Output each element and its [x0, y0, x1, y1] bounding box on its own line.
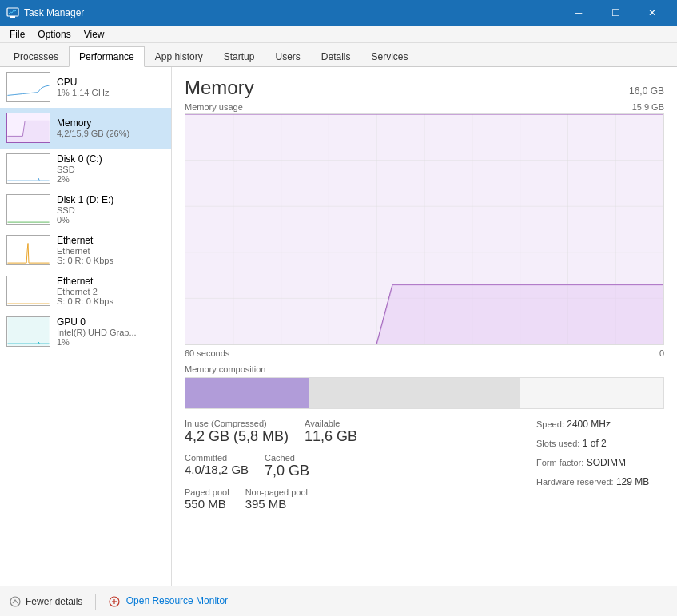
form-label: Form factor:: [536, 458, 583, 467]
svg-rect-1: [10, 16, 15, 18]
comp-available: [309, 378, 520, 408]
disk1-label: Disk 1 (D: E:): [57, 194, 165, 205]
available-value: 11,6 GB: [305, 428, 357, 445]
sidebar-item-disk0[interactable]: Disk 0 (C:) SSD 2%: [0, 149, 171, 189]
stats-left: In use (Compressed) 4,2 GB (5,8 MB) Avai…: [185, 419, 520, 519]
close-button[interactable]: ✕: [634, 0, 671, 26]
chevron-up-icon: [10, 596, 21, 607]
app-icon: [6, 6, 19, 19]
title-bar: Task Manager ─ ☐ ✕: [0, 0, 677, 26]
slots-label: Slots used:: [536, 439, 579, 448]
in-use-block: In use (Compressed) 4,2 GB (5,8 MB): [185, 419, 289, 445]
nonpaged-value: 395 MB: [245, 497, 308, 511]
right-panel: Memory 16,0 GB Memory usage 15,9 GB: [172, 67, 677, 586]
memory-chart: [185, 113, 664, 345]
sidebar-item-memory[interactable]: Memory 4,2/15,9 GB (26%): [0, 108, 171, 149]
hw-label: Hardware reserved:: [536, 477, 614, 487]
cpu-detail: 1% 1,14 GHz: [57, 88, 165, 97]
slots-block: Slots used: 1 of 2: [536, 438, 664, 449]
panel-title: Memory: [185, 77, 254, 99]
sidebar-item-ethernet1[interactable]: Ethernet Ethernet S: 0 R: 0 Kbps: [0, 230, 171, 271]
gpu-detail1: Intel(R) UHD Grap...: [57, 328, 165, 337]
disk0-detail2: 2%: [57, 174, 165, 184]
open-resource-monitor-label: Open Resource Monitor: [126, 595, 228, 606]
comp-cached: [520, 378, 663, 408]
menu-view[interactable]: View: [78, 27, 111, 42]
bottom-separator: [95, 594, 96, 610]
svg-rect-8: [7, 195, 49, 224]
tab-processes[interactable]: Processes: [3, 46, 69, 66]
chart-bottom-labels: 60 seconds 0: [185, 348, 664, 358]
eth1-thumbnail: [6, 235, 50, 265]
cached-block: Cached 7,0 GB: [265, 453, 309, 479]
chart-max-value: 15,9 GB: [632, 102, 664, 112]
eth2-thumbnail: [6, 276, 50, 306]
stats-row2: Committed 4,0/18,2 GB Cached 7,0 GB: [185, 453, 520, 487]
in-use-label: In use (Compressed): [185, 419, 289, 428]
open-resource-monitor-button[interactable]: Open Resource Monitor: [109, 595, 228, 607]
tab-performance[interactable]: Performance: [69, 46, 145, 67]
committed-block: Committed 4,0/18,2 GB: [185, 453, 249, 479]
window-controls: ─ ☐ ✕: [560, 0, 671, 26]
minimize-button[interactable]: ─: [560, 0, 597, 26]
composition-label: Memory composition: [185, 364, 664, 374]
fewer-details-button[interactable]: Fewer details: [10, 596, 82, 607]
committed-value: 4,0/18,2 GB: [185, 463, 249, 476]
in-use-value: 4,2 GB (5,8 MB): [185, 428, 289, 445]
paged-label: Paged pool: [185, 487, 229, 497]
sidebar: CPU 1% 1,14 GHz Memory 4,2/15,9 GB (26%): [0, 67, 172, 586]
chart-zero-label: 0: [659, 348, 664, 358]
cpu-label: CPU: [57, 77, 165, 88]
menu-options[interactable]: Options: [31, 27, 77, 42]
bottom-bar: Fewer details Open Resource Monitor: [0, 586, 677, 616]
panel-header: Memory 16,0 GB: [185, 77, 664, 99]
memory-detail: 4,2/15,9 GB (26%): [57, 129, 165, 138]
svg-rect-11: [7, 317, 49, 346]
maximize-button[interactable]: ☐: [597, 0, 634, 26]
eth1-detail2: S: 0 R: 0 Kbps: [57, 256, 165, 265]
form-block: Form factor: SODIMM: [536, 457, 664, 468]
main-content: CPU 1% 1,14 GHz Memory 4,2/15,9 GB (26%): [0, 67, 677, 586]
menu-bar: File Options View: [0, 26, 677, 43]
sidebar-item-ethernet2[interactable]: Ethernet Ethernet 2 S: 0 R: 0 Kbps: [0, 271, 171, 312]
disk1-thumbnail: [6, 194, 50, 225]
speed-block: Speed: 2400 MHz: [536, 419, 664, 430]
sidebar-item-gpu[interactable]: GPU 0 Intel(R) UHD Grap... 1%: [0, 312, 171, 352]
chart-usage-label: Memory usage: [185, 102, 243, 112]
form-value: SODIMM: [587, 457, 626, 468]
tab-users[interactable]: Users: [265, 46, 310, 66]
tab-startup[interactable]: Startup: [213, 46, 265, 66]
disk0-label: Disk 0 (C:): [57, 153, 165, 165]
resource-monitor-icon: [109, 596, 120, 607]
eth1-detail1: Ethernet: [57, 246, 165, 256]
tab-services[interactable]: Services: [361, 46, 419, 66]
cpu-thumbnail: [6, 72, 50, 102]
comp-in-use: [185, 378, 309, 408]
slots-value: 1 of 2: [583, 438, 607, 449]
available-label: Available: [305, 419, 357, 428]
tab-bar: Processes Performance App history Startu…: [0, 43, 677, 67]
eth2-detail2: S: 0 R: 0 Kbps: [57, 296, 165, 306]
cached-label: Cached: [265, 453, 309, 463]
disk1-detail2: 0%: [57, 215, 165, 225]
svg-point-28: [10, 597, 20, 606]
paged-value: 550 MB: [185, 497, 229, 511]
paged-block: Paged pool 550 MB: [185, 487, 229, 511]
chart-time-label: 60 seconds: [185, 348, 229, 358]
menu-file[interactable]: File: [3, 27, 31, 42]
eth2-detail1: Ethernet 2: [57, 287, 165, 296]
speed-label: Speed:: [536, 419, 564, 429]
tab-details[interactable]: Details: [311, 46, 361, 66]
window-title: Task Manager: [24, 7, 560, 18]
panel-total: 16,0 GB: [629, 85, 664, 97]
gpu-label: GPU 0: [57, 316, 165, 328]
tab-app-history[interactable]: App history: [145, 46, 213, 66]
sidebar-item-disk1[interactable]: Disk 1 (D: E:) SSD 0%: [0, 189, 171, 230]
eth1-label: Ethernet: [57, 235, 165, 246]
stats-row1: In use (Compressed) 4,2 GB (5,8 MB) Avai…: [185, 419, 520, 453]
sidebar-item-cpu[interactable]: CPU 1% 1,14 GHz: [0, 67, 171, 108]
hw-value: 129 MB: [616, 476, 649, 487]
fewer-details-label: Fewer details: [26, 596, 82, 607]
nonpaged-label: Non-paged pool: [245, 487, 308, 497]
committed-label: Committed: [185, 453, 249, 463]
